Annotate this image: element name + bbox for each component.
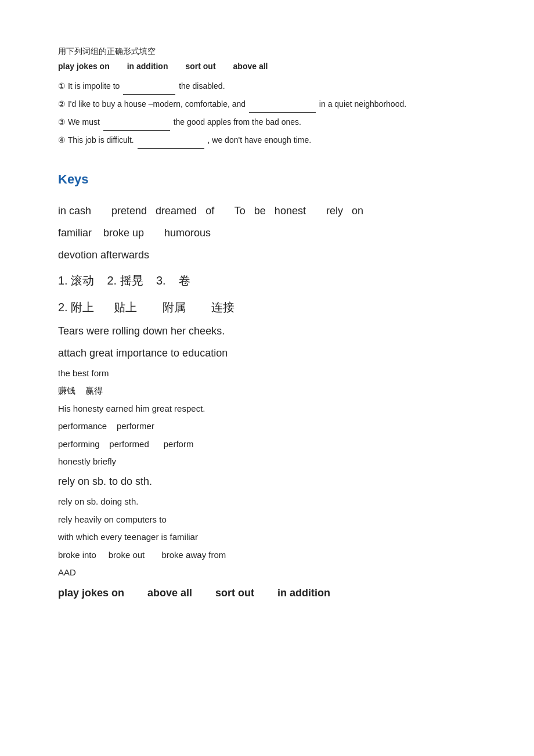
keys-chinese1: 1. 滚动 2. 摇晃 3. 卷 bbox=[58, 268, 476, 293]
keys-sentence8: rely on sb. to do sth. bbox=[58, 471, 476, 491]
instruction-label: 用下列词组的正确形式填空 bbox=[58, 46, 476, 57]
num-1: ① bbox=[58, 81, 66, 91]
keys-sentence9: rely on sb. doing sth. bbox=[58, 494, 476, 510]
keys-sentence5: performance performer bbox=[58, 418, 476, 435]
phrase-row: play jokes on in addition sort out above… bbox=[58, 62, 476, 71]
keys-sentence13: AAD bbox=[58, 564, 476, 581]
exercise-item-2: ② I'd like to buy a house –modern, comfo… bbox=[58, 96, 476, 113]
num-4: ④ bbox=[58, 135, 66, 145]
keys-sentence10: rely heavily on computers to bbox=[58, 512, 476, 528]
keys-bold-answers: play jokes on above all sort out in addi… bbox=[58, 587, 476, 599]
keys-sentence7: honestly briefly bbox=[58, 453, 476, 470]
keys-line2: familiar broke up humorous bbox=[58, 223, 476, 243]
ex4-blank bbox=[138, 132, 204, 149]
keys-line1: in cash pretend dreamed of To be honest … bbox=[58, 201, 476, 221]
keys-chinese3: 赚钱 赢得 bbox=[58, 383, 476, 399]
exercise-item-1: ① It is impolite to the disabled. bbox=[58, 78, 476, 95]
exercise-item-3: ③ We must the good apples from the bad o… bbox=[58, 114, 476, 131]
phrase-2: in addition bbox=[127, 62, 168, 71]
ex3-after: the good apples from the bad ones. bbox=[174, 117, 301, 127]
ex1-blank bbox=[123, 78, 175, 95]
ex1-before: It is impolite to bbox=[68, 81, 122, 91]
keys-sentence4: His honesty earned him great respect. bbox=[58, 401, 476, 417]
instruction-section: 用下列词组的正确形式填空 play jokes on in addition s… bbox=[58, 46, 476, 149]
keys-sentence2: attach great importance to education bbox=[58, 343, 476, 363]
phrase-3: sort out bbox=[185, 62, 215, 71]
keys-line3: devotion afterwards bbox=[58, 245, 476, 265]
ex2-blank bbox=[249, 96, 316, 113]
ex2-before: I'd like to buy a house –modern, comfort… bbox=[68, 99, 248, 109]
ex4-before: This job is difficult. bbox=[68, 135, 136, 145]
keys-chinese2: 2. 附上 贴上 附属 连接 bbox=[58, 294, 476, 320]
exercise-item-4: ④ This job is difficult. , we don't have… bbox=[58, 132, 476, 149]
keys-title: Keys bbox=[58, 172, 476, 187]
num-2: ② bbox=[58, 99, 66, 109]
ex1-after: the disabled. bbox=[179, 81, 225, 91]
exercise-list: ① It is impolite to the disabled. ② I'd … bbox=[58, 78, 476, 149]
ex4-after: , we don't have enough time. bbox=[208, 135, 312, 145]
keys-sentence6: performing performed perform bbox=[58, 436, 476, 453]
ex3-blank bbox=[103, 114, 170, 131]
num-3: ③ bbox=[58, 117, 66, 127]
keys-section: Keys in cash pretend dreamed of To be ho… bbox=[58, 172, 476, 599]
keys-sentence3: the best form bbox=[58, 365, 476, 382]
ex2-after: in a quiet neighborhood. bbox=[319, 99, 406, 109]
keys-sentence1: Tears were rolling down her cheeks. bbox=[58, 321, 476, 341]
keys-sentence11: with which every teenager is familiar bbox=[58, 529, 476, 546]
phrase-4: above all bbox=[233, 62, 268, 71]
bold-answer-2: above all bbox=[147, 587, 192, 599]
phrase-1: play jokes on bbox=[58, 62, 110, 71]
bold-answer-3: sort out bbox=[215, 587, 254, 599]
bold-answer-4: in addition bbox=[277, 587, 330, 599]
keys-sentence12: broke into broke out broke away from bbox=[58, 547, 476, 564]
ex3-before: We must bbox=[68, 117, 102, 127]
bold-answer-1: play jokes on bbox=[58, 587, 124, 599]
